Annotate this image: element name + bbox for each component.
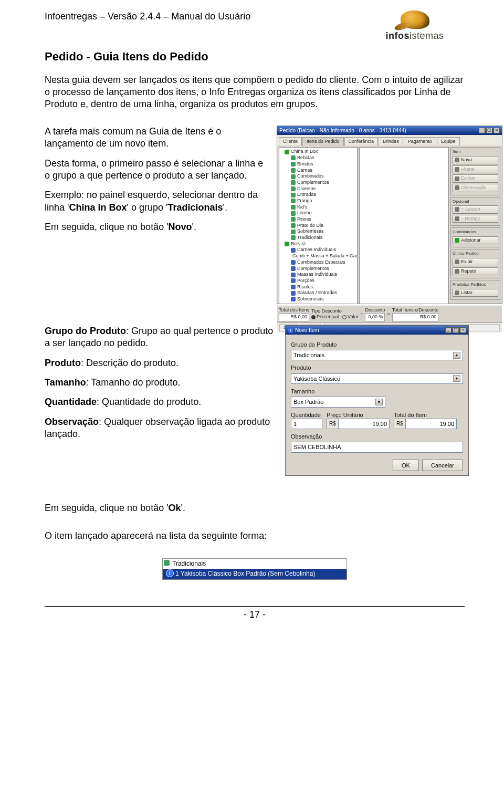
logo-text-rest: istemas (410, 30, 444, 41)
after-p2: O item lançado aparecerá na lista da seg… (45, 530, 465, 542)
tree-item[interactable]: Combinados (297, 173, 324, 180)
adicionar-comb-button[interactable]: Adicionar (453, 236, 498, 245)
left-p3-c: ' o grupo ' (127, 202, 167, 213)
logo-swirl-icon (401, 11, 429, 29)
left-p4-c: '. (192, 222, 196, 232)
ultimopedido-group: Último Pedido Exibir Repetir (450, 249, 500, 278)
def-grupo: Grupo do Produto: Grupo ao qual pertence… (45, 325, 276, 350)
produto-dropdown[interactable]: Yakisoba Clássico▾ (291, 373, 463, 384)
preco-input[interactable]: R$19,00 (327, 419, 390, 429)
close-button[interactable]: × (460, 327, 466, 333)
combinados-title: Combinados (453, 230, 498, 235)
tree-item[interactable]: Tradicionais (297, 235, 322, 241)
ok-button[interactable]: OK (393, 460, 419, 471)
ultimo-title: Último Pedido (453, 251, 498, 256)
val-desconto: 0,00 % (365, 313, 385, 321)
close-button[interactable]: × (494, 128, 500, 133)
pedido-tabs: Cliente Itens do Pedido Conferência Brin… (277, 135, 502, 146)
qtd-input[interactable]: 1 (291, 419, 322, 429)
left-p2: Desta forma, o primeiro passo é selecion… (45, 158, 270, 182)
leaf-icon (291, 273, 296, 277)
item-actions-group: Item Novo Alterar Excluir Observação (450, 147, 500, 195)
tamanho-dropdown[interactable]: Box Padrão▾ (291, 397, 385, 407)
lbl-preco: Preço Unitário (327, 411, 390, 419)
chevron-down-icon: ▾ (453, 375, 460, 382)
lbl-qtd: Quantidade (291, 411, 322, 419)
def-quantidade: Quantidade: Quantidade do produto. (45, 396, 276, 408)
tree-item[interactable]: Carnes (297, 168, 312, 174)
tree-item[interactable]: Frango (297, 198, 312, 204)
tree-root-1[interactable]: China In Box (291, 149, 318, 155)
tree-item[interactable]: Brindes (297, 161, 313, 168)
item-list-area (359, 147, 449, 304)
launched-item-preview: Tradicionais 1 Yakisoba Clássico Box Pad… (162, 558, 347, 580)
tab-equipe[interactable]: Equipe (437, 137, 460, 146)
obs-input[interactable]: SEM CEBOLINHA (291, 442, 463, 452)
val-total-itens: R$ 0,00 (279, 313, 309, 321)
opt-valor: Valor (348, 314, 358, 320)
minimize-button[interactable]: _ (479, 128, 485, 133)
info-icon: i (288, 327, 293, 333)
tree-item[interactable]: Sobremesas (297, 228, 324, 235)
tree-item[interactable]: Complementos (297, 180, 329, 186)
add-opcional-button[interactable]: + Adicion (453, 205, 498, 214)
pedido-titlebar: Pedido (Balcao - Não Informado - 0 anos … (277, 126, 502, 135)
total-display: R$19,00 (394, 419, 457, 429)
product-tree[interactable]: China In Box Bebidas Brindes Carnes Comb… (279, 147, 358, 304)
tree-item[interactable]: Massas Individuais (297, 272, 337, 278)
left-p3: Exemplo: no painel esquerdo, selecionar … (45, 189, 270, 214)
leaf-icon (291, 211, 296, 216)
tree-item[interactable]: Combinados Especiais (297, 259, 345, 266)
grupo-dropdown[interactable]: Tradicionais▾ (291, 350, 463, 360)
radio-percentual[interactable] (311, 315, 316, 319)
leaf-icon (291, 260, 296, 265)
leaf-icon (291, 230, 296, 234)
minimize-button[interactable]: _ (445, 327, 452, 333)
plus-icon (455, 238, 459, 243)
maximize-button[interactable]: ▢ (453, 327, 459, 333)
tree-item[interactable]: Complementos (297, 266, 329, 272)
tab-pagamento[interactable]: Pagamento (404, 137, 436, 146)
tree-item[interactable]: Diversos (297, 186, 316, 192)
excluir-button[interactable]: Excluir (453, 174, 498, 183)
tab-brindes[interactable]: Brindes (379, 137, 403, 146)
remove-opcional-button[interactable]: – Remov (453, 215, 498, 223)
leaf-icon (291, 291, 296, 296)
alterar-button[interactable]: Alterar (453, 165, 498, 174)
page-number: - 17 - (45, 606, 465, 621)
novo-button[interactable]: Novo (453, 156, 498, 164)
leaf-icon (291, 174, 296, 179)
tree-item[interactable]: Prato do Dia (297, 223, 323, 229)
left-p3-b: China in Box (69, 202, 127, 213)
lbl-tamanho: Tamanho (291, 388, 463, 395)
exibir-button[interactable]: Exibir (453, 258, 498, 266)
folder-icon (285, 150, 289, 154)
radio-valor[interactable] (342, 315, 346, 319)
repetir-button[interactable]: Repetir (453, 267, 498, 276)
tree-item[interactable]: Sobremesas (297, 296, 324, 303)
listar-button[interactable]: Listar (453, 289, 498, 297)
tree-item[interactable]: Saladas / Entradas (297, 290, 337, 296)
tree-item[interactable]: Kid's (297, 204, 307, 211)
logo-text-bold: infos (385, 30, 410, 41)
tree-item[interactable]: Comb + Massa + Salada + Carne (292, 253, 358, 259)
left-p4-b: Novo (169, 222, 192, 232)
cancel-button[interactable]: Cancelar (422, 460, 463, 471)
tab-itens[interactable]: Itens do Pedido (302, 137, 344, 146)
tab-conferencia[interactable]: Conferência (344, 137, 379, 146)
tree-item[interactable]: Entradas (297, 192, 316, 198)
tree-item[interactable]: Porções (297, 278, 314, 284)
observacao-button[interactable]: Observação (453, 184, 498, 192)
leaf-icon (291, 155, 296, 160)
tree-item[interactable]: Peixes (297, 216, 311, 223)
tree-item[interactable]: Bebidas (297, 155, 314, 161)
opcional-title: Opcional (453, 199, 498, 204)
tree-item[interactable]: Carnes Individuais (297, 247, 336, 253)
tree-item[interactable]: Risotos (297, 284, 313, 290)
note-icon (455, 185, 459, 190)
tree-root-2[interactable]: Brevitá (291, 241, 306, 247)
novoitem-title: Novo Item (295, 327, 319, 334)
maximize-button[interactable]: ▢ (486, 128, 492, 133)
tab-cliente[interactable]: Cliente (279, 137, 302, 146)
tree-item[interactable]: Lombo (297, 210, 312, 216)
